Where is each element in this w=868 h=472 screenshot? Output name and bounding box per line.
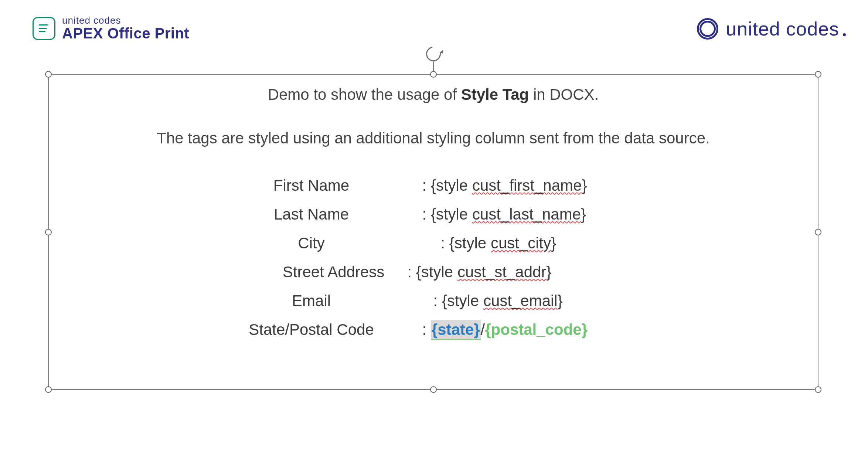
value-first-name: : {style cust_first_name} [422,177,651,194]
label-last-name: Last Name [215,206,408,223]
logo-left-big: APEX Office Print [62,26,189,41]
title-suffix: in DOCX. [529,86,599,103]
value-prefix: : {style [441,234,491,252]
resize-handle-bottom-right[interactable] [815,386,821,393]
value-email: : {style cust_email} [422,292,651,310]
textbox-frame[interactable]: Demo to show the usage of Style Tag in D… [48,74,818,390]
value-city: : {style cust_city} [422,234,651,252]
rings-icon [697,18,718,40]
resize-handle-top-right[interactable] [815,71,821,78]
value-suffix: } [582,177,587,194]
label-first-name: First Name [215,177,408,194]
label-city: City [215,234,408,252]
label-email: Email [215,292,408,310]
logo-left-text: united codes APEX Office Print [62,16,189,41]
value-prefix: : {style [433,292,483,309]
tag-city: cust_city [491,234,551,252]
title-prefix: Demo to show the usage of [268,86,461,103]
value-colon: : [422,321,431,338]
textbox-content[interactable]: Demo to show the usage of Style Tag in D… [49,75,818,353]
resize-handle-top-middle[interactable] [430,71,437,78]
logo-right-dot [843,33,846,36]
resize-handle-middle-left[interactable] [45,229,52,235]
logo-united-codes: united codes [697,18,846,40]
value-state-postal: : {state}/{postal_code} [422,321,651,339]
rotate-icon [423,44,444,64]
value-last-name: : {style cust_last_name} [422,206,651,223]
tag-last-name: cust_last_name [472,206,581,223]
tag-email: cust_email [483,292,558,309]
rotate-handle[interactable] [426,47,441,71]
resize-handle-top-left[interactable] [45,71,52,78]
value-suffix: } [558,292,563,309]
tag-street-address: cust_st_addr [457,263,546,281]
fields-grid: First Name : {style cust_first_name} Las… [64,177,803,339]
tag-state: {state} [431,320,481,340]
resize-handle-bottom-left[interactable] [45,386,52,393]
subtitle-line: The tags are styled using an additional … [64,129,803,147]
tag-first-name: cust_first_name [472,177,582,194]
value-prefix: : {style [422,177,472,194]
logo-left-small: united codes [62,16,189,26]
value-prefix: : {style [408,263,457,281]
document-icon [33,17,55,40]
logo-right-text: united codes [726,18,839,40]
value-suffix: } [546,263,551,281]
logo-apex-office-print: united codes APEX Office Print [33,16,189,41]
value-suffix: } [581,206,586,223]
value-street-address: : {style cust_st_addr} [408,263,651,281]
value-prefix: : {style [422,206,472,223]
tag-slash: / [481,321,485,338]
tag-postal-code: {postal_code} [485,321,588,338]
title-bold: Style Tag [461,86,529,103]
value-suffix: } [551,234,556,252]
resize-handle-bottom-middle[interactable] [430,386,437,393]
label-state-postal: State/Postal Code [215,321,408,339]
title-line: Demo to show the usage of Style Tag in D… [64,86,803,103]
label-street-address: Street Address [215,263,408,281]
resize-handle-middle-right[interactable] [815,229,821,235]
